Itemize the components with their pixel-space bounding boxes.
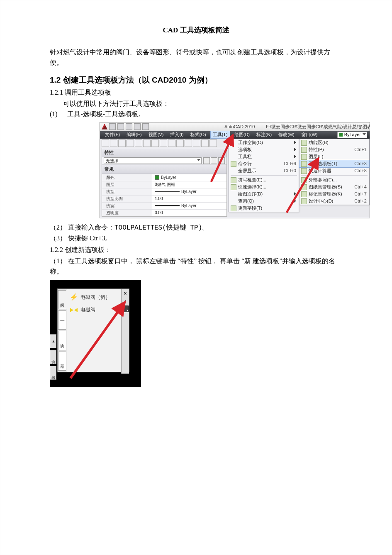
step-1-2-1-3: （3） 快捷键 Ctr+3。 bbox=[50, 233, 342, 244]
palette-item[interactable]: 电磁阀 bbox=[68, 304, 127, 316]
toolbar-icons bbox=[102, 139, 217, 147]
layer-dropdown[interactable]: ByLayer bbox=[337, 132, 367, 138]
menu-item[interactable]: 窗口(W) bbox=[299, 131, 320, 138]
qat-new-icon[interactable] bbox=[109, 123, 116, 130]
properties-panel: 特性 无选择 常规 颜色ByLayer图层0燃气-图框线型ByL bbox=[102, 148, 227, 217]
property-label: 颜色 bbox=[102, 174, 152, 181]
chevron-down-icon bbox=[197, 159, 200, 161]
panel-button-icon[interactable] bbox=[211, 157, 217, 164]
property-value: 0燃气-图框 bbox=[152, 181, 226, 188]
tool-icon[interactable] bbox=[160, 139, 167, 147]
menu-item[interactable]: 快速计算器Ctrl+8 bbox=[299, 167, 369, 174]
menu-item[interactable]: 文件(F) bbox=[102, 131, 122, 138]
menu-item[interactable]: 标记集管理器(K)Ctrl+7 bbox=[299, 191, 369, 198]
menu-item-label: 图纸集管理器(S) bbox=[309, 183, 342, 191]
menu-item[interactable]: 选项板 bbox=[229, 146, 299, 153]
property-row[interactable]: 透明度0.00 bbox=[102, 209, 226, 216]
tray-button[interactable]: ▲ bbox=[50, 334, 56, 348]
menu-item[interactable]: 拼写检查(E)... bbox=[229, 176, 299, 183]
menu-item[interactable]: 工具(T) bbox=[210, 131, 230, 139]
tool-icon[interactable] bbox=[135, 139, 142, 147]
selection-dropdown[interactable]: 无选择 bbox=[104, 157, 202, 164]
property-row[interactable]: 线宽ByLayer bbox=[102, 202, 226, 209]
menu-item[interactable]: 格式(O) bbox=[188, 131, 209, 138]
property-label: 线型 bbox=[102, 188, 152, 195]
menu-item[interactable]: 修改(M) bbox=[276, 131, 297, 138]
menu-item-icon bbox=[231, 184, 236, 190]
menu-item[interactable]: 图纸集管理器(S)Ctrl+4 bbox=[299, 183, 369, 191]
menu-item[interactable]: 视图(V) bbox=[146, 131, 166, 138]
menu-shortcut: Ctrl+0 bbox=[284, 167, 296, 174]
tool-icon[interactable] bbox=[185, 139, 192, 147]
menu-item-icon bbox=[231, 140, 236, 145]
tool-icon[interactable] bbox=[168, 139, 175, 147]
tool-icon[interactable] bbox=[151, 139, 159, 147]
qat-open-icon[interactable] bbox=[117, 123, 124, 130]
lead-1-2-1: 可以使用以下方法打开工具选项板： bbox=[50, 99, 342, 109]
close-icon[interactable]: × bbox=[122, 291, 128, 296]
menu-item-icon bbox=[231, 154, 236, 159]
menu-item[interactable]: 全屏显示Ctrl+0 bbox=[229, 167, 299, 174]
tool-icon[interactable] bbox=[193, 139, 200, 147]
menu-item[interactable]: 特性(P)Ctrl+1 bbox=[299, 146, 369, 153]
menu-item[interactable]: 绘图(D) bbox=[232, 131, 252, 138]
menu-item[interactable]: 更新字段(T) bbox=[229, 205, 299, 212]
menu-item[interactable]: 绘图次序(D) bbox=[229, 191, 299, 198]
panel-button-icon[interactable] bbox=[218, 157, 225, 164]
menu-item[interactable]: 标注(N) bbox=[254, 131, 274, 138]
menu-item[interactable]: 工作空间(O) bbox=[229, 139, 299, 146]
step-1-2-2-1: （1） 在工具选项板窗口中， 鼠标左键单击 “特性” 按钮， 再单击 “新 建选… bbox=[50, 256, 342, 277]
menu-item-icon bbox=[301, 191, 307, 197]
properties-button[interactable] bbox=[122, 306, 129, 312]
tray-button[interactable]: 器 bbox=[50, 366, 56, 380]
property-row[interactable]: 线型ByLayer bbox=[102, 188, 226, 195]
step-number: （2） bbox=[50, 222, 66, 233]
menu-item[interactable]: 工具选项板(T)Ctrl+3 bbox=[299, 160, 370, 168]
step-text: 直接输入命令：TOOLPALETTES(快捷键 TP)。 bbox=[68, 224, 209, 232]
property-row[interactable]: 图层0燃气-图框 bbox=[102, 181, 226, 188]
tool-icon[interactable] bbox=[201, 139, 209, 147]
properties-grid: 颜色ByLayer图层0燃气-图框线型ByLayer线型比例1.00线宽ByLa… bbox=[102, 174, 226, 216]
property-row[interactable]: 线型比例1.00 bbox=[102, 195, 226, 202]
line-sample-icon bbox=[155, 191, 180, 192]
tool-icon[interactable] bbox=[118, 139, 126, 147]
qat-undo-icon[interactable] bbox=[134, 123, 141, 130]
palette-tab[interactable]: 器 bbox=[58, 352, 66, 371]
menu-item[interactable]: 外部参照(E)... bbox=[299, 176, 369, 183]
palette-tab[interactable]: — bbox=[58, 311, 66, 330]
menu-item[interactable]: 功能区(B) bbox=[299, 139, 369, 146]
menu-item[interactable]: 快速选择(K)... bbox=[229, 183, 299, 191]
menu-item-icon bbox=[231, 191, 236, 196]
autohide-icon[interactable]: ↕ bbox=[122, 298, 128, 304]
menu-item[interactable]: 插入(I) bbox=[168, 131, 186, 138]
qat-save-icon[interactable] bbox=[126, 123, 132, 130]
tool-icon[interactable] bbox=[102, 139, 109, 147]
tool-icon[interactable] bbox=[176, 139, 184, 147]
chevron-right-icon bbox=[294, 192, 296, 196]
titlebar: AutoCAD 2010 F:\微云同步CR\微云同步CR\成燃气院\设计总结\… bbox=[100, 122, 370, 131]
menu-item[interactable]: 编辑(E) bbox=[124, 131, 144, 138]
tool-icon[interactable] bbox=[110, 139, 117, 147]
palette-tab[interactable]: 阀 bbox=[58, 290, 66, 309]
menu-item[interactable]: 查询(Q) bbox=[229, 198, 299, 205]
menu-item-label: 绘图次序(D) bbox=[238, 191, 263, 198]
menu-item[interactable]: 命令行Ctrl+9 bbox=[229, 160, 299, 167]
qat-print-icon[interactable] bbox=[142, 123, 149, 130]
tool-icon[interactable] bbox=[127, 139, 134, 147]
menu-item[interactable]: 工具栏 bbox=[229, 153, 299, 160]
property-value: 1.00 bbox=[152, 196, 226, 202]
panel-button-icon[interactable] bbox=[203, 157, 210, 164]
property-row[interactable]: 颜色ByLayer bbox=[102, 174, 226, 181]
tool-icon[interactable] bbox=[143, 139, 151, 147]
menu-item-label: 拼写检查(E)... bbox=[238, 176, 266, 183]
heading-1-2-1: 1.2.1 调用工具选项板 bbox=[50, 88, 342, 98]
palette-tab[interactable]: 协 bbox=[58, 331, 66, 350]
intro-paragraph: 针对燃气设计中常用的阀门、设备等图形、符号或快等，也可以 创建工具选项板，为设计… bbox=[50, 47, 342, 68]
page-title: CAD 工具选项板简述 bbox=[50, 25, 342, 36]
menu-shortcut: Ctrl+3 bbox=[354, 160, 367, 167]
palette-item[interactable]: ⚡ 电磁阀（斜） bbox=[68, 291, 127, 304]
menu-item[interactable]: 设计中心(D)Ctrl+2 bbox=[299, 198, 369, 205]
tool-icon[interactable] bbox=[209, 139, 217, 147]
tray-button[interactable]: 协 bbox=[50, 350, 56, 364]
menu-item[interactable]: 图层(L) bbox=[299, 153, 369, 160]
